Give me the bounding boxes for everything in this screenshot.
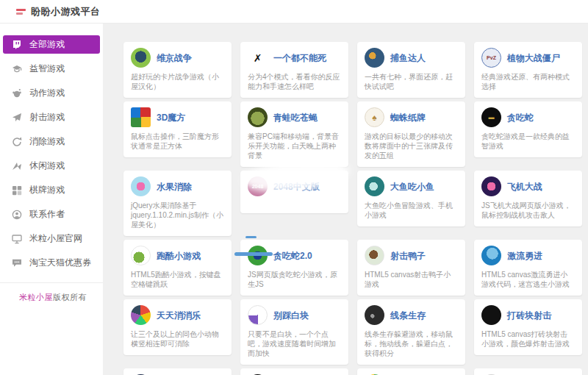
copyright-brand-link[interactable]: 米粒小屋 [19,293,53,301]
game-title[interactable]: 青蛙吃苍蝇 [273,113,318,123]
game-title[interactable]: 飞机大战 [507,182,542,192]
game-title[interactable]: 大鱼吃小鱼 [390,182,434,192]
game-description: 只要不是白块，一个个点吧，游戏速度随着时间增加而加快 [248,329,341,358]
sidebar-item-user[interactable]: 联系作者 [3,205,100,224]
game-card[interactable]: 激流勇进 HTML5 canvas激流勇进小游戏代码，迷宫逃生小游戏 [474,240,582,296]
game-description: 大鱼吃小鱼冒险游戏、手机小游戏 [365,201,458,220]
game-card[interactable]: 捕鱼达人 一共有七种，界面还原，赶快试试吧 [357,42,465,98]
game-title[interactable]: 植物大战僵尸 [507,53,560,63]
app-logo[interactable]: 盼盼小游戏平台 [16,5,101,18]
sidebar-item-paper-plane[interactable]: 射击游戏 [3,108,100,126]
game-title[interactable]: 维京战争 [157,53,192,63]
game-description: JS飞机大战网页版小游戏，鼠标控制战机攻击敌人 [481,201,575,220]
popsicle-icon [131,176,151,196]
alien-icon [12,88,22,99]
sidebar-item-graduation-cap[interactable]: 益智游戏 [3,60,100,78]
game-title[interactable]: 打砖块射击 [507,310,551,321]
copyright-text: 版权所有 [53,293,87,301]
game-card[interactable]: 飞机大战 JS飞机大战网页版小游戏，鼠标控制战机攻击敌人 [474,171,582,226]
game-card[interactable]: 开心消消乐 支持PC端和移动端，一款三消游戏，游戏画面精美 [357,368,465,375]
game-title[interactable]: 蜘蛛纸牌 [390,113,426,123]
sidebar-item-origami-bird[interactable]: 休闲游戏 [3,157,100,175]
plane-war-icon [481,176,501,196]
game-description: 兼容PC端和移动端，背景音乐开关功能，白天晚上两种背景 [248,132,341,160]
game-card[interactable]: 天天消消乐 让三个及以上的同色小动物横竖相连即可消除 [123,299,232,355]
game-title[interactable]: 天天消消乐 [157,310,201,321]
game-grid-area: 维京战争 超好玩的卡片战争游戏（小屋汉化） ✗ 一个都不能死 分为4个模式，看看… [103,24,588,375]
sidebar-item-twitch[interactable]: 全部游戏 [3,35,100,54]
rubik-cube-icon [131,107,151,127]
stickman-run-icon: ✗ [248,48,268,68]
game-card[interactable]: 射击鸭子 HTML5 canvas射击鸭子小游戏 [357,240,465,296]
graduation-cap-icon [12,64,22,74]
sidebar-item-grid-squares[interactable]: 棋牌游戏 [3,181,100,199]
game-card[interactable]: ♠ 蜘蛛纸牌 游戏的目标以最少的移动次数将牌面中的十三张牌及传发的五组 [357,101,465,167]
pvz-icon: PvZ [481,48,501,68]
grid-squares-icon [12,185,22,196]
copyright-line: 米粒小屋版权所有 [0,292,103,303]
sidebar-item-sync[interactable]: 消除游戏 [3,132,100,151]
fishing-icon [365,48,384,68]
sidebar-item-alien[interactable]: 动作游戏 [3,84,100,102]
game-title[interactable]: 射击鸭子 [390,251,426,261]
logo-icon [16,7,26,16]
game-description: 游戏的目标以最少的移动次数将牌面中的十三张牌及传发的五组 [365,132,458,160]
game-card[interactable]: 维京战争 超好玩的卡片战争游戏（小屋汉化） [123,42,232,98]
sidebar-item-label: 米粒小屋官网 [29,232,82,245]
game-description: HTML5 canvas激流勇进小游戏代码，迷宫逃生小游戏 [481,270,575,289]
game-title[interactable]: 水果消除 [157,182,192,192]
game-title[interactable]: 一个都不能死 [273,53,326,63]
game-card[interactable]: 水果消除 jQuery水果消除基于jquery.1.10.2.min.js制作（… [123,171,232,236]
game-card[interactable]: 跑酷小游戏 HTML5跑酷小游戏，按键盘空格键跳跃 [123,240,232,296]
game-card[interactable]: ▬ 贪吃蛇 贪吃蛇游戏是一款经典的益智游戏 [474,101,582,157]
game-title[interactable]: 捕鱼达人 [390,53,426,63]
spider-solitaire-icon: ♠ [365,107,384,127]
sync-icon [12,137,22,147]
game-title[interactable]: 线条生存 [390,310,426,321]
sidebar: 全部游戏 益智游戏 动作游戏 射击游戏 消除游戏 休闲游戏 棋牌游戏 联系作者 … [0,24,103,375]
sidebar-item-label: 射击游戏 [29,111,65,124]
game-card[interactable]: 打砖块射击 HTML5 canvas打砖块射击小游戏，颜色爆炸射击游戏 [474,299,582,355]
app-title: 盼盼小游戏平台 [31,5,101,18]
game-card[interactable]: PvZ 植物大战僵尸 经典游戏还原、有两种模式选择 [474,42,582,98]
viking-war-icon [131,48,151,68]
game-card[interactable]: 保卫星球射击 星球防御游戏，太空战机为阻止星球遭遇小行星撞击 [123,368,232,375]
sidebar-item-label: 联系作者 [29,208,65,221]
number-2048-icon: 2048 [248,176,268,196]
origami-bird-icon [12,161,22,171]
comment-dots-icon [12,258,22,268]
sidebar-item-label: 全部游戏 [29,38,65,51]
game-card[interactable]: ✗ 一个都不能死 分为4个模式，看看你的反应能力和手速怎么样吧 [240,42,348,98]
sidebar-item-desktop[interactable]: 米粒小屋官网 [3,229,100,248]
top-bar: 盼盼小游戏平台 [0,0,588,24]
game-title[interactable]: 激流勇进 [507,251,542,261]
brick-shooter-icon [481,305,501,325]
sidebar-item-label: 棋牌游戏 [29,184,65,196]
line-survival-icon [365,305,384,325]
game-title[interactable]: 贪吃蛇2.0 [273,251,312,261]
sidebar-divider [0,282,103,283]
sidebar-item-comment-dots[interactable]: 淘宝天猫优惠券 [3,254,100,272]
game-description: jQuery水果消除基于jquery.1.10.2.min.js制作（小屋美化） [131,201,224,229]
game-card[interactable]: 别踩白块 只要不是白块，一个个点吧，游戏速度随着时间增加而加快 [240,299,348,365]
snake-icon: ▬ [481,107,501,127]
game-card[interactable]: 3D魔方 鼠标点击操作，三阶魔方形状通常是正方体 [123,101,232,157]
rapids-icon [481,246,501,265]
game-card[interactable]: + 俄罗斯方块 界面简洁，难度可选：简单、一般、困难，键盘操作 [474,368,582,375]
game-card[interactable]: 青蛙吃苍蝇 兼容PC端和移动端，背景音乐开关功能，白天晚上两种背景 [240,101,348,167]
big-fish-icon [365,176,384,196]
sidebar-item-label: 动作游戏 [29,87,65,99]
game-description: 超好玩的卡片战争游戏（小屋汉化） [131,72,224,91]
game-title[interactable]: 贪吃蛇 [507,113,534,123]
game-title[interactable]: 别踩白块 [273,310,309,321]
game-card[interactable]: 2048 2048中文版 [240,171,348,213]
game-title[interactable]: 2048中文版 [273,182,320,192]
white-tile-icon [248,305,268,325]
game-card[interactable]: 贪吃蛇2.0 JS网页版贪吃蛇小游戏，原生JS [240,240,348,296]
game-title[interactable]: 跑酷小游戏 [157,251,201,261]
game-card[interactable]: 吃豆人 按【空格】开始或暂停、继续，键盘方向键进行游戏 [240,368,348,375]
game-title[interactable]: 3D魔方 [157,113,185,123]
game-card[interactable]: 大鱼吃小鱼 大鱼吃小鱼冒险游戏、手机小游戏 [357,171,465,226]
game-card[interactable]: 线条生存 线条生存躲避游戏，移动鼠标，拖动线条，躲避白点，获得积分 [357,299,465,365]
user-icon [12,210,22,220]
